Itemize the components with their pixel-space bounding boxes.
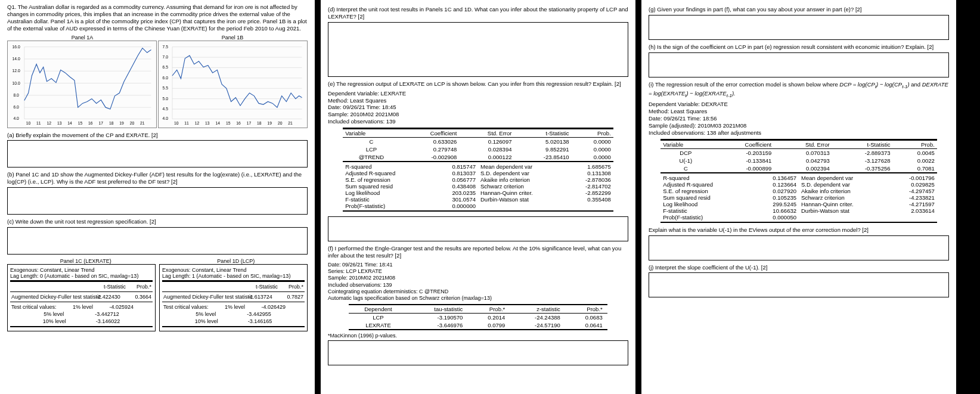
svg-text:20: 20 (278, 121, 283, 125)
svg-text:10: 10 (174, 121, 179, 125)
svg-text:19: 19 (119, 121, 124, 125)
reg-e-meta: Dependent Variable: LEXRATE Method: Leas… (328, 90, 628, 125)
panel-1c-label: Panel 1C (LEXRATE) (60, 258, 111, 264)
panel-titles-cd: Panel 1C (LEXRATE) Panel 1D (LCP) (7, 258, 308, 264)
svg-text:17: 17 (99, 121, 104, 125)
svg-text:13: 13 (57, 121, 62, 125)
prompt-e: (e) The regression output of LEXRATE on … (328, 80, 628, 88)
svg-text:14: 14 (216, 121, 221, 125)
svg-text:15: 15 (78, 121, 83, 125)
answer-box-h[interactable] (649, 52, 949, 77)
adf-c-tstat: -2.422430 (96, 294, 120, 300)
svg-text:12: 12 (47, 121, 52, 125)
svg-text:8.0: 8.0 (13, 92, 19, 97)
adf-d-10: -3.146165 (248, 318, 272, 324)
svg-text:19: 19 (268, 121, 272, 125)
panel-1a-label: Panel 1A (72, 35, 94, 41)
adf-stat-lbl: Augmented Dickey-Fuller test statistic (11, 294, 82, 300)
eg-meta: Date: 09/26/21 Time: 18:41Series: LCP LE… (328, 262, 628, 302)
svg-text:11: 11 (36, 121, 41, 125)
svg-text:12.0: 12.0 (13, 69, 20, 73)
svg-text:7.5: 7.5 (163, 44, 169, 48)
svg-text:20: 20 (130, 121, 135, 125)
lvl5: 5% level (44, 311, 64, 317)
svg-text:10.0: 10.0 (13, 80, 20, 85)
mk-note: *MacKinnon (1996) p-values. (328, 333, 628, 339)
adf-c-10: -3.146022 (96, 318, 120, 324)
table-row: U(-1)-0.1338410.042793-3.1276280.0022 (660, 157, 937, 165)
panel-1d-label: Panel 1D (LCP) (217, 258, 255, 264)
answer-box-e[interactable] (328, 216, 628, 241)
svg-text:18: 18 (109, 121, 114, 125)
eg-table: Dependenttau-statisticProb.*z-statisticP… (349, 304, 607, 330)
adf-table-1c: Exogenous: Constant, Linear Trend Lag Le… (7, 264, 156, 331)
adf-d-1: -4.026429 (261, 304, 286, 310)
svg-text:18: 18 (257, 121, 262, 125)
prompt-b: (b) Panel 1C and 1D show the Augmented D… (7, 171, 308, 185)
table-row: C-0.0008990.002394-0.3752560.7081 (660, 165, 937, 173)
reg-e-table: VariableCoefficientStd. Errort-Statistic… (343, 128, 613, 162)
table-row: DCP-0.2031590.070313-2.8893730.0045 (660, 149, 937, 157)
answer-box-d[interactable] (328, 22, 628, 77)
svg-text:16.0: 16.0 (13, 44, 20, 48)
svg-text:4.0: 4.0 (163, 116, 169, 120)
adf-c-5: -3.442712 (95, 311, 119, 317)
prompt-i2: Explain what is the variable U(-1) in th… (649, 227, 949, 234)
svg-text:6.5: 6.5 (163, 65, 169, 69)
tcv-lbl: Test critical values: (11, 304, 57, 310)
adf-c-1: -4.025924 (109, 304, 134, 310)
chart-panel-1a: 16.014.012.010.08.06.04.0101112131415161… (7, 41, 157, 128)
page-1: Q1. The Australian dollar is regarded as… (0, 0, 315, 394)
chart-panel-1b: 7.57.06.56.05.55.04.54.01011121314151617… (158, 41, 308, 128)
answer-box-j[interactable] (649, 272, 949, 297)
svg-text:10: 10 (26, 121, 31, 125)
svg-text:21: 21 (288, 121, 293, 125)
svg-text:6.0: 6.0 (13, 105, 19, 109)
prompt-j: (j) Interpret the slope coefficient of t… (649, 264, 949, 271)
adf-d-5: -3.442955 (247, 311, 271, 317)
adf-d-prob: 0.7827 (287, 294, 303, 300)
page-3: (g) Given your findings in part (f), wha… (641, 0, 956, 394)
reg-e-stats: R-squared0.815747Mean dependent var1.685… (343, 162, 613, 212)
answer-box-f[interactable] (328, 340, 628, 365)
lvl10: 10% level (43, 318, 66, 324)
answer-box-c[interactable] (7, 227, 308, 255)
prompt-h: (h) Is the sign of the coefficient on LC… (649, 44, 949, 51)
svg-text:14.0: 14.0 (13, 56, 20, 60)
table-row: LEXRATE-3.6469760.0799-24.571900.0641 (349, 321, 607, 330)
svg-text:4.0: 4.0 (13, 116, 19, 120)
charts-row: 16.014.012.010.08.06.04.0101112131415161… (7, 41, 308, 128)
svg-text:7.0: 7.0 (163, 55, 169, 59)
adf-exog: Exogenous: Constant, Linear Trend (10, 267, 153, 273)
adf-table-1d: Exogenous: Constant, Linear Trend Lag Le… (159, 264, 308, 331)
q1-intro: Q1. The Australian dollar is regarded as… (7, 4, 308, 32)
svg-text:14: 14 (67, 121, 72, 125)
reg-i-stats: R-squared0.136457Mean dependent var-0.00… (660, 173, 937, 223)
panel-1b-label: Panel 1B (222, 35, 244, 41)
svg-text:5.5: 5.5 (163, 86, 169, 90)
prompt-d: (d) Interpret the unit root test results… (328, 6, 628, 20)
svg-text:4.5: 4.5 (163, 107, 169, 111)
svg-text:16: 16 (88, 121, 93, 125)
svg-text:21: 21 (140, 121, 145, 125)
answer-box-g[interactable] (649, 15, 949, 40)
table-row: @TREND-0.0029080.000122-23.854100.0000 (343, 153, 613, 162)
table-row: LCP0.2797480.0283949.8522910.0000 (343, 145, 613, 153)
adf-lag-c: Lag Length: 0 (Automatic - based on SIC,… (10, 273, 153, 279)
h-tstat: t-Statistic (104, 284, 126, 290)
svg-text:12: 12 (195, 121, 200, 125)
adf-d-tstat: -1.613724 (248, 294, 272, 300)
reg-i-table: VariableCoefficientStd. Errort-Statistic… (660, 139, 937, 173)
svg-text:13: 13 (205, 121, 210, 125)
answer-box-i[interactable] (649, 235, 949, 260)
answer-box-b[interactable] (7, 187, 308, 215)
table-row: C0.6330260.1260975.0201380.0000 (343, 138, 613, 145)
answer-box-a[interactable] (7, 140, 308, 167)
panel-labels-ab: Panel 1A Panel 1B (7, 35, 308, 41)
svg-text:16: 16 (236, 121, 241, 125)
prompt-c: (c) Write down the unit root test regres… (7, 218, 308, 225)
adf-c-prob: 0.3664 (135, 294, 151, 300)
lvl1: 1% level (73, 304, 93, 310)
page-2: (d) Interpret the unit root test results… (321, 0, 635, 394)
svg-text:15: 15 (226, 121, 231, 125)
